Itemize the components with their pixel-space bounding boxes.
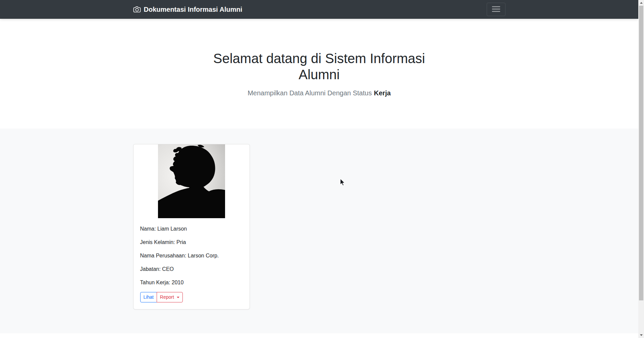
scrollbar-thumb[interactable] [639,6,643,300]
caret-down-icon [177,297,179,298]
page-viewport: Dokumentasi Informasi Alumni Selamat dat… [0,0,638,338]
alumni-list-section: Nama: Liam Larson Jenis Kelamin: Pria Na… [0,129,638,333]
scrollbar-up-button[interactable] [638,0,644,6]
navbar-brand-label: Dokumentasi Informasi Alumni [144,6,243,13]
scroll-down-icon [640,334,643,336]
status-value: Kerja [374,89,391,97]
alumni-card-body: Nama: Liam Larson Jenis Kelamin: Pria Na… [133,218,250,309]
field-nama: Nama: Liam Larson [140,225,243,233]
lihat-button[interactable]: Lihat [140,292,157,302]
page-title: Selamat datang di Sistem Informasi Alumn… [202,50,437,83]
alumni-photo [158,144,225,218]
navbar-toggler-button[interactable] [487,3,505,16]
card-button-group: Lihat Report [140,292,183,302]
top-navbar: Dokumentasi Informasi Alumni [0,0,638,19]
report-button-label: Report [160,294,174,301]
field-jenis-kelamin: Jenis Kelamin: Pria [140,238,243,246]
field-jabatan: Jabatan: CEO [140,265,243,273]
page-subtitle: Menampilkan Data Alumni Dengan StatusKer… [0,89,638,97]
field-tahun-kerja: Tahun Kerja: 2010 [140,279,243,287]
vertical-scrollbar [638,0,644,338]
subtitle-text: Menampilkan Data Alumni Dengan Status [248,89,372,97]
camera-icon [133,6,141,13]
scroll-up-icon [640,2,643,4]
navbar-brand[interactable]: Dokumentasi Informasi Alumni [133,6,243,13]
report-dropdown-button[interactable]: Report [157,292,183,302]
hamburger-icon [491,4,501,15]
content-container: Nama: Liam Larson Jenis Kelamin: Pria Na… [133,144,505,309]
hero-section: Selamat datang di Sistem Informasi Alumn… [0,19,638,129]
navbar-container: Dokumentasi Informasi Alumni [133,3,505,16]
field-nama-perusahaan: Nama Perusahaan: Larson Corp. [140,252,243,260]
alumni-card: Nama: Liam Larson Jenis Kelamin: Pria Na… [133,144,250,309]
scrollbar-down-button[interactable] [638,332,644,338]
